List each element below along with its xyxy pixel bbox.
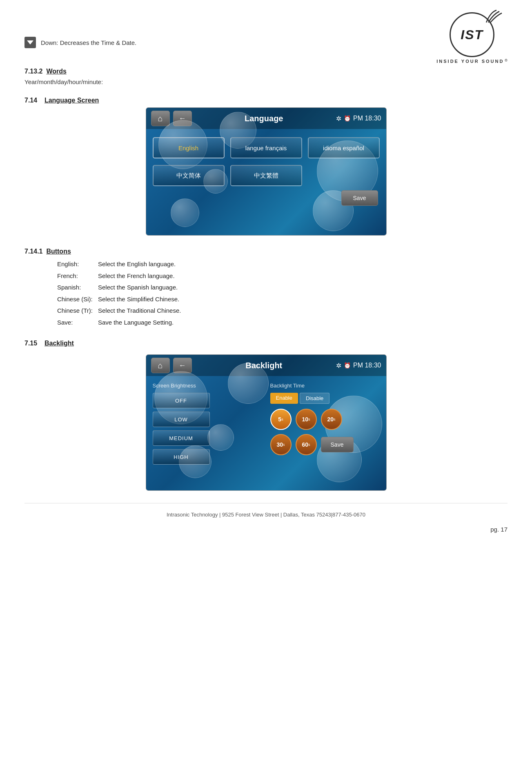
desc-save: Save: Save the Language Setting. bbox=[57, 317, 508, 329]
bluetooth-icon: ✲ bbox=[336, 115, 341, 122]
chinese-traditional-button[interactable]: 中文繁體 bbox=[230, 165, 302, 186]
logo-ist-text: IST bbox=[461, 27, 483, 42]
section-713: 7.13.2 Words Year/month/day/hour/minute: bbox=[24, 68, 508, 85]
desc-spanish-label: Spanish: bbox=[57, 282, 98, 294]
title-713: Words bbox=[46, 68, 66, 75]
title-715: Backlight bbox=[45, 340, 74, 347]
off-button[interactable]: OFF bbox=[153, 393, 210, 408]
desc-spanish: Spanish: Select the Spanish language. bbox=[57, 282, 508, 294]
backlight-screen-body: Screen Brightness OFF LOW MEDIUM HIGH Ba… bbox=[146, 376, 386, 490]
time-5s-button[interactable]: 5s bbox=[270, 409, 292, 430]
low-button[interactable]: LOW bbox=[153, 412, 210, 427]
backlight-columns: Screen Brightness OFF LOW MEDIUM HIGH Ba… bbox=[153, 383, 380, 468]
desc-spanish-text: Select the Spanish language. bbox=[98, 282, 178, 294]
bl-bluetooth-icon: ✲ bbox=[336, 362, 341, 369]
header-left: Down: Decreases the Time & Date. bbox=[24, 37, 136, 48]
time-60s-unit: s bbox=[308, 443, 310, 447]
time-10s-unit: s bbox=[308, 417, 310, 421]
bl-topbar-icons: ✲ ⏰ PM 18:30 bbox=[336, 362, 381, 369]
section-7141-number: 7.14.1 Buttons bbox=[24, 248, 71, 255]
screen-title: Language bbox=[195, 114, 333, 123]
page-header: Down: Decreases the Time & Date. IST Ins… bbox=[0, 0, 532, 68]
page-footer: Intrasonic Technology | 9525 Forest View… bbox=[24, 503, 508, 522]
section-715-number: 7.15 Backlight bbox=[24, 340, 74, 347]
high-button[interactable]: HIGH bbox=[153, 449, 210, 465]
medium-button[interactable]: MEDIUM bbox=[153, 430, 210, 446]
lang-save-button[interactable]: Save bbox=[341, 190, 378, 206]
section-713-heading: 7.13.2 Words bbox=[24, 68, 508, 77]
backlight-screen-mockup: ⌂ ← Backlight ✲ ⏰ PM 18:30 bbox=[146, 354, 387, 491]
num-715: 7.15 bbox=[24, 340, 37, 347]
time-5s-value: 5 bbox=[278, 416, 281, 423]
language-screen-inner: ⌂ ← Language ✲ ⏰ PM 18:30 English bbox=[146, 108, 386, 235]
backlight-save-button[interactable]: Save bbox=[321, 437, 354, 452]
num-714: 7.14 bbox=[24, 97, 37, 104]
desc-chinese-si-text: Select the Simplified Chinese. bbox=[98, 294, 179, 305]
desc-save-text: Save the Language Setting. bbox=[98, 317, 174, 329]
topbar-icons: ✲ ⏰ PM 18:30 bbox=[336, 115, 381, 122]
bl-home-button[interactable]: ⌂ bbox=[151, 358, 170, 373]
section-7141-heading: 7.14.1 Buttons bbox=[24, 248, 508, 257]
lang-row-2: 中文简体 中文繁體 bbox=[153, 165, 380, 186]
french-button[interactable]: langue français bbox=[230, 137, 302, 158]
down-icon bbox=[24, 37, 36, 48]
spanish-button[interactable]: idioma español bbox=[308, 137, 380, 158]
time-10s-button[interactable]: 10s bbox=[296, 409, 317, 430]
down-arrow-shape bbox=[27, 40, 33, 45]
lang-row-1: English langue français idioma español bbox=[153, 137, 380, 158]
chinese-simplified-button[interactable]: 中文简体 bbox=[153, 165, 225, 186]
section-713-number: 7.13.2 Words bbox=[24, 68, 67, 75]
page-num-text: pg. 17 bbox=[490, 526, 508, 533]
enable-button[interactable]: Enable bbox=[270, 393, 298, 404]
home-icon: ⌂ bbox=[158, 114, 162, 123]
down-description: Down: Decreases the Time & Date. bbox=[41, 39, 136, 46]
enable-disable-row: Enable Disable bbox=[270, 393, 380, 404]
logo-registered: ® bbox=[505, 58, 508, 62]
button-descriptions: English: Select the English language. Fr… bbox=[57, 258, 508, 328]
desc-english: English: Select the English language. bbox=[57, 258, 508, 270]
time-circles-row2: 30s 60s Save bbox=[270, 434, 380, 455]
brightness-label: Screen Brightness bbox=[153, 383, 262, 389]
time-60s-value: 60 bbox=[302, 441, 308, 448]
section-713-subtitle: Year/month/day/hour/minute: bbox=[24, 78, 508, 85]
section-714: 7.14 Language Screen ⌂ ← bbox=[24, 97, 508, 236]
bl-topbar-time: PM 18:30 bbox=[353, 362, 381, 369]
english-button[interactable]: English bbox=[153, 137, 225, 158]
time-5s-unit: s bbox=[281, 417, 283, 421]
clock-icon: ⏰ bbox=[344, 115, 351, 122]
lang-screen-body: English langue français idioma español 中… bbox=[146, 129, 386, 235]
section-7141: 7.14.1 Buttons English: Select the Engli… bbox=[24, 248, 508, 328]
title-714: Language Screen bbox=[45, 97, 99, 104]
logo-area: IST Inside Your Sound ® bbox=[436, 12, 508, 64]
lang-save-row: Save bbox=[153, 190, 380, 206]
time-20s-unit: s bbox=[334, 417, 336, 421]
time-20s-button[interactable]: 20s bbox=[321, 409, 342, 430]
time-30s-unit: s bbox=[283, 443, 285, 447]
home-button[interactable]: ⌂ bbox=[151, 111, 170, 126]
desc-chinese-tr-label: Chinese (Tr): bbox=[57, 305, 98, 317]
desc-chinese-si-label: Chinese (Si): bbox=[57, 294, 98, 305]
bl-clock-icon: ⏰ bbox=[344, 362, 351, 369]
num-7141: 7.14.1 bbox=[24, 248, 42, 255]
time-30s-button[interactable]: 30s bbox=[270, 434, 292, 455]
brightness-column: Screen Brightness OFF LOW MEDIUM HIGH bbox=[153, 383, 262, 468]
desc-english-text: Select the English language. bbox=[98, 258, 176, 270]
time-30s-value: 30 bbox=[276, 441, 283, 448]
topbar-time: PM 18:30 bbox=[353, 115, 381, 122]
section-714-number: 7.14 Language Screen bbox=[24, 97, 99, 104]
disable-button[interactable]: Disable bbox=[300, 393, 329, 404]
footer-text: Intrasonic Technology | 9525 Forest View… bbox=[167, 512, 365, 518]
bl-screen-title: Backlight bbox=[195, 361, 333, 370]
title-7141: Buttons bbox=[46, 248, 71, 255]
backlight-time-label: Backlight Time bbox=[270, 383, 380, 389]
section-715-heading: 7.15 Backlight bbox=[24, 340, 508, 349]
desc-french-label: French: bbox=[57, 270, 98, 282]
desc-french: French: Select the French language. bbox=[57, 270, 508, 282]
backlight-screen-inner: ⌂ ← Backlight ✲ ⏰ PM 18:30 bbox=[146, 355, 386, 490]
page-number: pg. 17 bbox=[0, 522, 532, 541]
time-10s-value: 10 bbox=[302, 416, 308, 423]
desc-chinese-tr-text: Select the Traditional Chinese. bbox=[98, 305, 181, 317]
section-714-heading: 7.14 Language Screen bbox=[24, 97, 508, 106]
logo-tagline: Inside Your Sound bbox=[436, 59, 504, 64]
time-60s-button[interactable]: 60s bbox=[296, 434, 317, 455]
